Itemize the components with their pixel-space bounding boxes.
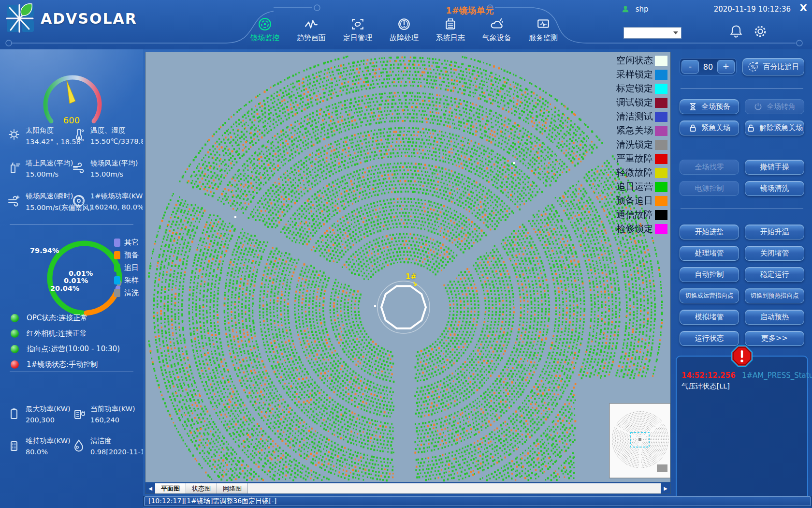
donut-legend-label: 其它 [124, 238, 139, 247]
page-title: 1#镜场单元 [446, 5, 494, 16]
close-button[interactable]: X [800, 2, 807, 14]
donut-legend-swatch [114, 276, 120, 284]
button-镜场清洗[interactable]: 镜场清洗 [745, 181, 804, 196]
alarm-tag: 1#AM_PRESS_Status [742, 371, 812, 380]
tab-平面图[interactable]: 平面图 [155, 483, 186, 493]
alarm-time: 14:52:12.256 [682, 371, 736, 380]
nav-item-故障处理[interactable]: 故障处理 [383, 17, 425, 43]
hourglass-icon [688, 102, 697, 111]
power-icon [754, 102, 763, 111]
statusbar: [10:12:17][1#镜场]需调整36面定日镜[-] [143, 496, 812, 507]
field-state-legend: 空闲状态采样锁定标定锁定调试锁定清洁测试紧急关场清洗锁定严重故障轻微故障追日运营… [616, 54, 667, 235]
tab-scroll-left[interactable]: ◀ [145, 483, 155, 493]
minus-button[interactable]: - [682, 60, 699, 74]
field-legend-item: 标定锁定 [616, 82, 667, 95]
button-解除紧急关场[interactable]: 解除紧急关场 [745, 120, 804, 135]
percent-track-button[interactable]: % 百分比追日 [742, 58, 804, 75]
heliostat-field-canvas[interactable] [145, 52, 670, 482]
nav-item-服务监测[interactable]: 服务监测 [522, 17, 564, 43]
status-message: [10:12:17][1#镜场]需调整36面定日镜[-] [145, 497, 276, 506]
button-label: 启动预热 [760, 313, 789, 322]
status-row: OPC状态:连接正常 [11, 314, 120, 323]
bell-icon[interactable] [729, 24, 743, 39]
button-运行状态[interactable]: 运行状态 [680, 331, 739, 346]
stat-value: 0.98[2020-11-18] [90, 448, 143, 456]
button-全场转角: 全场转角 [745, 99, 804, 114]
nav-item-系统日志[interactable]: 系统日志 [430, 17, 471, 43]
alarm-warning-icon [731, 345, 753, 367]
gear-icon[interactable] [753, 24, 768, 39]
connection-status-list: OPC状态:连接正常红外相机:连接正常指向点:运营(10:00 - 10:30)… [11, 314, 120, 369]
button-模拟堵管[interactable]: 模拟堵管 [680, 310, 739, 325]
field-legend-swatch [655, 112, 667, 122]
unlock-icon [746, 123, 755, 133]
stat-value: 200,300 [26, 416, 71, 424]
tab-网络图[interactable]: 网络图 [217, 483, 248, 493]
donut-legend-item: 预备 [114, 251, 139, 260]
button-处理堵管[interactable]: 处理堵管 [680, 246, 739, 261]
alarm-panel: 14:52:12.256 1#AM_PRESS_Status 气压计状态[LL] [676, 356, 808, 505]
button-全场预备[interactable]: 全场预备 [680, 99, 739, 114]
donut-legend: 其它预备追日采样清洗 [114, 238, 139, 298]
sun-icon [7, 128, 21, 142]
field-legend-label: 轻微故障 [616, 166, 653, 179]
alarm-entry[interactable]: 14:52:12.256 1#AM_PRESS_Status [682, 371, 812, 380]
tabbar-filler [248, 483, 661, 493]
header-select[interactable] [624, 27, 682, 39]
status-dot-green [11, 329, 19, 338]
field-legend-swatch [655, 56, 667, 66]
field-legend-item: 采样锁定 [616, 68, 667, 81]
nav-item-趋势画面[interactable]: 趋势画面 [290, 17, 332, 43]
button-切换到预热指向点[interactable]: 切换到预热指向点 [745, 288, 804, 303]
field-legend-swatch [655, 70, 667, 80]
button-稳定运行[interactable]: 稳定运行 [745, 267, 804, 282]
donut-legend-item: 其它 [114, 238, 139, 247]
power-stat-当前功率(KW): 当前功率(KW)160,240 [72, 404, 135, 424]
main-nav: 镜场监控趋势画面定日管理故障处理系统日志气象设备服务监测 [244, 17, 564, 43]
button-启动预热[interactable]: 启动预热 [745, 310, 804, 325]
field-legend-swatch [655, 140, 667, 150]
stat-label: 1#镜场功率(KW) [90, 192, 143, 201]
field-legend-swatch [655, 196, 667, 206]
tab-scroll-right[interactable]: ▶ [661, 483, 670, 493]
stat-value: 15.00m/s [26, 170, 73, 178]
stat-镜场风速(平均): 镜场风速(平均)15.00m/s [72, 159, 138, 178]
field-legend-swatch [655, 182, 667, 192]
nav-item-label: 气象设备 [482, 33, 511, 43]
droplet-icon [72, 438, 86, 453]
button-label: 处理堵管 [695, 249, 724, 258]
stat-value: 15.00m/s [90, 170, 138, 178]
donut-legend-label: 追日 [124, 263, 139, 272]
button-自动控制[interactable]: 自动控制 [680, 267, 739, 282]
radar-icon [258, 17, 272, 31]
button-更多>>[interactable]: 更多>> [745, 331, 804, 346]
stat-塔上风速(平均): 塔上风速(平均)15.00m/s [7, 159, 73, 178]
nav-item-镜场监控[interactable]: 镜场监控 [244, 17, 286, 43]
user-icon [621, 5, 630, 14]
button-撤销手操[interactable]: 撤销手操 [745, 160, 804, 175]
button-开始进盐[interactable]: 开始进盐 [680, 224, 739, 239]
nav-item-定日管理[interactable]: 定日管理 [337, 17, 378, 43]
button-label: 自动控制 [695, 270, 724, 279]
battery-hold-icon [7, 438, 21, 453]
button-开始升温[interactable]: 开始升温 [745, 224, 804, 239]
username: shp [636, 5, 708, 14]
button-label: 解除紧急关场 [759, 123, 803, 133]
button-label: 运行状态 [695, 334, 724, 343]
button-紧急关场[interactable]: 紧急关场 [680, 120, 739, 135]
button-关闭堵管[interactable]: 关闭堵管 [745, 246, 804, 261]
status-row: 指向点:运营(10:00 - 10:30) [11, 344, 120, 354]
tab-状态图[interactable]: 状态图 [186, 483, 217, 493]
percent-value[interactable]: 80 [699, 62, 717, 72]
button-group-1: 全场预备全场转角紧急关场解除紧急关场 [680, 99, 804, 135]
button-切换成运营指向点[interactable]: 切换成运营指向点 [680, 288, 739, 303]
gauge-value: 600 [0, 115, 143, 125]
control-panel: - 80 + % 百分比追日 全场预备全场转角紧急关场解除紧急关场 全场找零撤销… [674, 52, 810, 506]
field-legend-swatch [655, 84, 667, 94]
nav-item-气象设备[interactable]: 气象设备 [476, 17, 518, 43]
plus-button[interactable]: + [717, 60, 735, 74]
button-label: 模拟堵管 [695, 313, 724, 322]
alarm-description: 气压计状态[LL] [682, 382, 730, 391]
stat-value: 160240, 80.0% [90, 203, 143, 211]
nav-item-label: 故障处理 [390, 33, 419, 43]
